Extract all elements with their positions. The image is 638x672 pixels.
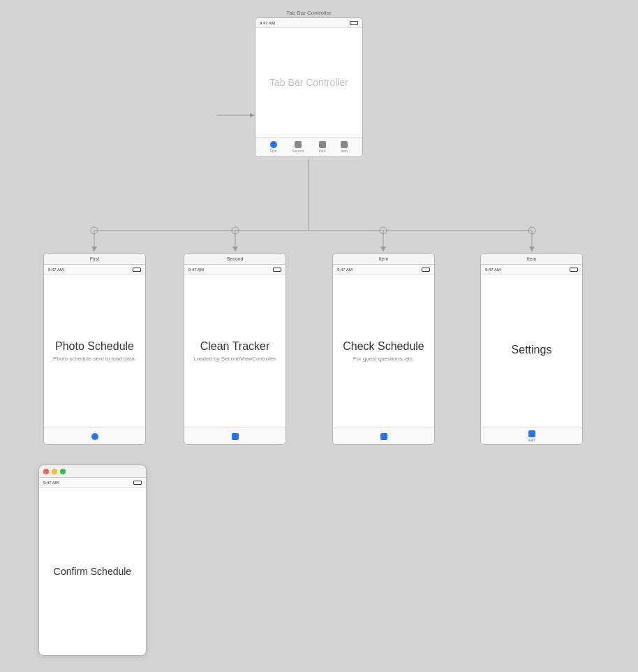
phone-first-status: 9:47 AM	[44, 265, 145, 275]
phone-third-header: Item	[333, 254, 434, 265]
phone-first-footer	[44, 428, 145, 444]
tbc-tab-second: Second	[292, 141, 304, 153]
phone-first: First 9:47 AM Photo Schedule Photo sched…	[43, 253, 146, 445]
svg-point-9	[528, 227, 535, 234]
mac-status-bar: 9:47 AM	[39, 478, 146, 488]
tab-bar-controller: Tab Bar Controller 9:47 AM Tab Bar Contr…	[255, 10, 363, 157]
phone-fourth: Item 9:47 AM Settings Edit	[480, 253, 583, 445]
tbc-tab-first-label: First	[270, 149, 277, 153]
mac-body: Confirm Schedule	[39, 488, 146, 655]
tbc-body: Tab Bar Controller	[255, 28, 362, 137]
phone-second-subtitle: Loaded by SecondViewController	[193, 356, 276, 362]
phone-fourth-body: Settings	[481, 275, 582, 428]
tbc-tab-third-label: third	[319, 149, 326, 153]
tbc-tab-third: third	[319, 141, 326, 153]
phone-second-title: Clean Tracker	[200, 340, 270, 353]
phone-third-battery	[422, 268, 430, 272]
phone-third-subtitle: For guest questions, etc.	[353, 356, 415, 362]
svg-point-6	[91, 227, 98, 234]
mac-window-confirm: 9:47 AM Confirm Schedule	[38, 465, 147, 656]
tbc-center-label: Tab Bar Controller	[269, 77, 348, 88]
phone-third-time: 9:47 AM	[337, 268, 353, 272]
phone-fourth-battery	[570, 268, 578, 272]
phone-third-title: Check Schedule	[343, 340, 424, 353]
tbc-tab-second-label: Second	[292, 149, 304, 153]
mac-close-button[interactable]	[43, 469, 49, 474]
mac-maximize-button[interactable]	[60, 469, 66, 474]
phone-second-body: Clean Tracker Loaded by SecondViewContro…	[184, 275, 285, 428]
phone-fourth-time: 9:47 AM	[485, 268, 500, 272]
tbc-status-bar: 9:47 AM	[255, 18, 362, 28]
phone-second-tab-indicator	[232, 433, 239, 440]
phone-first-title: Photo Schedule	[55, 340, 134, 353]
phone-first-subtitle: Photo schedule sent to load data.	[53, 356, 136, 362]
tbc-time: 9:47 AM	[260, 21, 275, 25]
tbc-label: Tab Bar Controller	[255, 10, 363, 16]
svg-marker-15	[250, 113, 255, 117]
phone-fourth-status: 9:47 AM	[481, 265, 582, 275]
svg-point-7	[232, 227, 239, 234]
svg-marker-10	[91, 247, 97, 251]
phone-first-time: 9:47 AM	[48, 268, 64, 272]
phone-first-battery	[133, 268, 141, 272]
phone-second-status: 9:47 AM	[184, 265, 285, 275]
phone-fourth-title: Settings	[512, 344, 552, 356]
phone-second-battery	[273, 268, 281, 272]
mac-minimize-button[interactable]	[52, 469, 57, 474]
phone-third-nav-label: Item	[379, 256, 389, 261]
tbc-tab-bar: First Second third item	[255, 137, 362, 156]
phone-second-footer	[184, 428, 285, 444]
tbc-tab-item-label: item	[341, 149, 347, 153]
mac-battery	[133, 481, 142, 485]
svg-marker-11	[232, 247, 238, 251]
tbc-tab-item: item	[341, 141, 348, 153]
phone-third-tab-indicator	[380, 433, 387, 440]
phone-second-time: 9:47 AM	[188, 268, 204, 272]
svg-marker-13	[529, 247, 535, 251]
phone-second-nav-label: Second	[227, 256, 244, 261]
phone-third-body: Check Schedule For guest questions, etc.	[333, 275, 434, 428]
svg-marker-12	[380, 247, 386, 251]
phone-second-header: Second	[184, 254, 285, 265]
canvas: Tab Bar Controller 9:47 AM Tab Bar Contr…	[0, 0, 638, 672]
tbc-battery	[350, 21, 358, 25]
phone-fourth-header: Item	[481, 254, 582, 265]
tbc-frame: 9:47 AM Tab Bar Controller First Second …	[255, 17, 363, 157]
mac-titlebar	[39, 465, 146, 478]
phone-third-footer	[333, 428, 434, 444]
phone-first-header: First	[44, 254, 145, 265]
phone-third-status: 9:47 AM	[333, 265, 434, 275]
phone-fourth-footer: Edit	[481, 428, 582, 444]
mac-time: 9:47 AM	[43, 481, 59, 485]
phone-fourth-nav-label: Item	[527, 256, 537, 261]
phone-first-body: Photo Schedule Photo schedule sent to lo…	[44, 275, 145, 428]
phone-first-nav-label: First	[90, 256, 100, 261]
phone-fourth-edit-label: Edit	[528, 438, 535, 442]
phone-third: Item 9:47 AM Check Schedule For guest qu…	[332, 253, 435, 445]
tbc-tab-first: First	[270, 141, 277, 153]
phone-first-tab-indicator	[91, 433, 98, 440]
phone-fourth-tab-indicator	[528, 430, 535, 437]
mac-confirm-title: Confirm Schedule	[54, 566, 131, 577]
svg-point-8	[380, 227, 387, 234]
phone-second: Second 9:47 AM Clean Tracker Loaded by S…	[184, 253, 286, 445]
